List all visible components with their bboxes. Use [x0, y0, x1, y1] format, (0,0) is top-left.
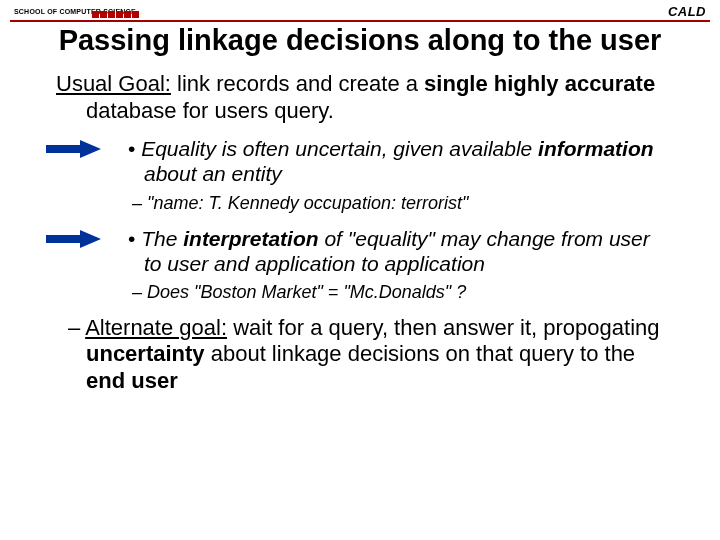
dash: –	[68, 315, 85, 340]
bold-text: interpretation	[183, 227, 318, 250]
bullet-dot: •	[128, 227, 141, 250]
cmu-logo	[92, 4, 146, 12]
text: about linkage decisions on that query to…	[205, 341, 636, 366]
slide-title: Passing linkage decisions along to the u…	[0, 24, 720, 57]
bold-text: single highly accurate	[424, 71, 655, 96]
alternate-goal-paragraph: – Alternate goal: wait for a query, then…	[56, 315, 672, 394]
bullet-1: • Equality is often uncertain, given ava…	[56, 136, 672, 186]
bullet-2: • The interpretation of "equality" may c…	[56, 226, 672, 276]
header-rule	[10, 20, 710, 22]
bold-text: uncertainty	[86, 341, 205, 366]
svg-marker-1	[46, 230, 101, 248]
usual-goal-label: Usual Goal:	[56, 71, 171, 96]
bullet-dot: •	[128, 137, 141, 160]
alternate-goal-label: Alternate goal:	[85, 315, 227, 340]
arrow-icon	[46, 229, 102, 253]
text: link records and create a	[171, 71, 424, 96]
slide: SCHOOL OF COMPUTER SCIENCE CALD Passing …	[0, 0, 720, 540]
bullet-2-text: • The interpretation of "equality" may c…	[128, 226, 672, 276]
bold-text: information	[538, 137, 654, 160]
text: wait for a query, then answer it, propog…	[227, 315, 660, 340]
text: about an entity	[144, 162, 282, 185]
slide-body: Usual Goal: link records and create a si…	[0, 57, 720, 394]
usual-goal-paragraph: Usual Goal: link records and create a si…	[56, 71, 672, 124]
bullet-1-text: • Equality is often uncertain, given ava…	[128, 136, 672, 186]
bold-text: end user	[86, 368, 178, 393]
text: database for users query.	[86, 98, 334, 123]
cald-label: CALD	[668, 4, 706, 19]
text: Equality is often uncertain, given avail…	[141, 137, 538, 160]
arrow-icon	[46, 139, 102, 163]
slide-header: SCHOOL OF COMPUTER SCIENCE CALD	[0, 0, 720, 20]
text: The	[141, 227, 183, 250]
bullet-1-sub: – "name: T. Kennedy occupation: terroris…	[56, 193, 672, 214]
svg-marker-0	[46, 140, 101, 158]
bullet-2-sub: – Does "Boston Market" = "Mc.Donalds" ?	[56, 282, 672, 303]
